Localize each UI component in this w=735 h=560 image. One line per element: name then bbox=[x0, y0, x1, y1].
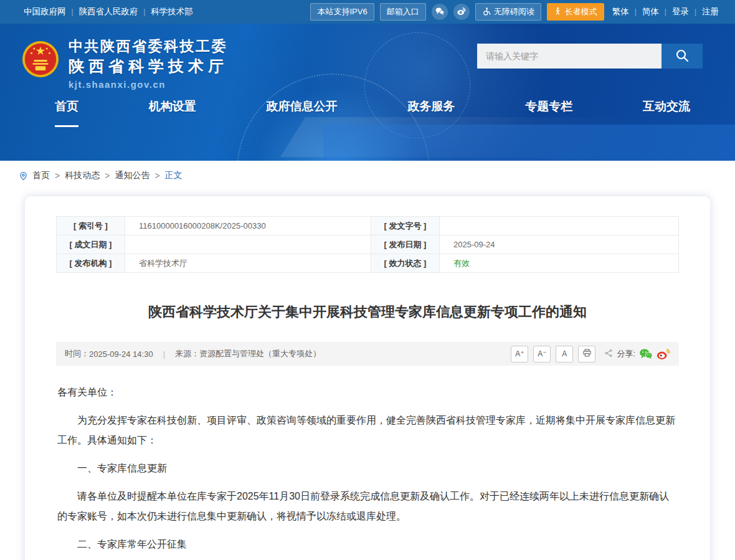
traditional-link[interactable]: 繁体 bbox=[612, 6, 629, 17]
site-brand: 中共陕西省委科技工委 陕西省科学技术厅 kjt.shaanxi.gov.cn bbox=[21, 36, 228, 90]
nav-item-home[interactable]: 首页 bbox=[55, 98, 78, 127]
written-date-label: [ 成文日期 ] bbox=[57, 235, 125, 254]
font-smaller-button[interactable]: A⁻ bbox=[533, 346, 551, 363]
article-paragraph: 为充分发挥专家在科技创新、项目评审、政策咨询等领域的重要作用，健全完善陕西省科技… bbox=[57, 411, 678, 450]
source-label: 来源： bbox=[175, 348, 199, 359]
org-name-line2: 陕西省科学技术厅 bbox=[69, 56, 228, 77]
banner-decoration bbox=[323, 125, 735, 161]
article-paragraph: 请各单位及时提醒本单位在库专家于2025年11月30日前登录系统完成信息更新及确… bbox=[57, 486, 678, 526]
table-row: [ 发布机构 ] 省科学技术厅 [ 效力状态 ] 有效 bbox=[57, 254, 679, 273]
language-account-links: 繁体 | 简体 | 登录 | 注册 bbox=[612, 6, 719, 17]
breadcrumb-current[interactable]: 正文 bbox=[165, 170, 183, 181]
font-larger-button[interactable]: A⁺ bbox=[511, 346, 528, 363]
article-section-heading: 一、专家库信息更新 bbox=[57, 458, 678, 478]
wechat-icon bbox=[435, 6, 445, 18]
main-nav: 首页 机构设置 政府信息公开 政务服务 专题专栏 互动交流 bbox=[55, 98, 690, 127]
ipv6-button[interactable]: 本站支持IPV6 bbox=[310, 3, 374, 21]
article-section-heading: 二、专家库常年公开征集 bbox=[57, 534, 678, 554]
search-input[interactable] bbox=[477, 44, 662, 69]
publisher-label: [ 发布机构 ] bbox=[57, 254, 125, 273]
weibo-button[interactable] bbox=[453, 4, 470, 20]
written-date-value bbox=[125, 235, 371, 254]
accessibility-icon bbox=[482, 7, 491, 17]
table-row: [ 索引号 ] 11610000016000208K/2025-00330 [ … bbox=[57, 217, 679, 235]
elder-person-icon bbox=[554, 7, 562, 17]
doc-number-label: [ 发文字号 ] bbox=[371, 217, 440, 235]
table-row: [ 成文日期 ] [ 发布日期 ] 2025-09-24 bbox=[57, 235, 679, 254]
breadcrumb-separator: > bbox=[105, 171, 110, 181]
breadcrumb-home[interactable]: 首页 bbox=[32, 170, 50, 181]
mail-entry-button[interactable]: 邮箱入口 bbox=[380, 3, 426, 21]
search-icon bbox=[675, 48, 690, 65]
article-card: [ 索引号 ] 11610000016000208K/2025-00330 [ … bbox=[25, 196, 710, 560]
divider: | bbox=[72, 7, 74, 16]
print-button[interactable] bbox=[578, 346, 595, 363]
divider: | bbox=[665, 7, 666, 16]
accessibility-button[interactable]: 无障碍阅读 bbox=[475, 3, 541, 21]
breadcrumb-separator: > bbox=[55, 171, 60, 181]
search-button[interactable] bbox=[662, 44, 703, 69]
article-toolbar: A⁺ A⁻ A 分享: bbox=[511, 346, 670, 363]
nav-item-interaction[interactable]: 互动交流 bbox=[643, 98, 690, 127]
weibo-icon bbox=[457, 6, 467, 18]
nav-item-organization[interactable]: 机构设置 bbox=[149, 98, 196, 127]
divider: | bbox=[695, 7, 696, 16]
share-weibo-icon[interactable] bbox=[657, 348, 670, 360]
source-value: 资源配置与管理处（重大专项处） bbox=[199, 348, 321, 359]
breadcrumb-notices[interactable]: 通知公告 bbox=[115, 170, 149, 181]
doc-number-value bbox=[440, 217, 679, 235]
location-pin-icon bbox=[19, 171, 28, 181]
top-utility-actions: 本站支持IPV6 邮箱入口 无障碍阅读 长者模式 繁体 | bbox=[310, 3, 719, 21]
site-title-block: 中共陕西省委科技工委 陕西省科学技术厅 kjt.shaanxi.gov.cn bbox=[69, 36, 228, 90]
elder-mode-button[interactable]: 长者模式 bbox=[547, 3, 604, 21]
share-wechat-icon[interactable] bbox=[639, 348, 653, 360]
share-group: 分享: bbox=[604, 348, 670, 360]
index-number-value: 11610000016000208K/2025-00330 bbox=[125, 217, 371, 235]
article-meta-bar: 时间： 2025-09-24 14:30 | 来源： 资源配置与管理处（重大专项… bbox=[56, 342, 679, 366]
accessibility-label: 无障碍阅读 bbox=[494, 6, 534, 17]
page-title: 陕西省科学技术厅关于集中开展科技管理专家库信息更新专项工作的通知 bbox=[62, 301, 673, 322]
publish-date-label: [ 发布日期 ] bbox=[371, 235, 440, 254]
share-nodes-icon bbox=[604, 349, 613, 359]
site-url: kjt.shaanxi.gov.cn bbox=[69, 79, 228, 90]
divider: | bbox=[143, 7, 145, 16]
printer-icon bbox=[582, 348, 592, 359]
site-banner: 中共陕西省委科技工委 陕西省科学技术厅 kjt.shaanxi.gov.cn 首… bbox=[0, 24, 735, 161]
site-search bbox=[477, 44, 703, 69]
document-info-table: [ 索引号 ] 11610000016000208K/2025-00330 [ … bbox=[56, 216, 679, 273]
time-value: 2025-09-24 14:30 bbox=[89, 349, 153, 359]
login-link[interactable]: 登录 bbox=[672, 6, 689, 17]
article-paragraph: 各有关单位： bbox=[57, 382, 678, 402]
nav-item-gov-services[interactable]: 政务服务 bbox=[407, 98, 455, 127]
link-shaanxi-gov[interactable]: 陕西省人民政府 bbox=[79, 6, 138, 17]
elder-mode-label: 长者模式 bbox=[565, 6, 597, 17]
divider: | bbox=[635, 7, 637, 16]
breadcrumb: 首页 > 科技动态 > 通知公告 > 正文 bbox=[0, 161, 735, 189]
link-china-gov[interactable]: 中国政府网 bbox=[24, 6, 66, 17]
breadcrumb-separator: > bbox=[154, 171, 159, 181]
publish-date-value: 2025-09-24 bbox=[440, 235, 679, 254]
article-body: 各有关单位： 为充分发挥专家在科技创新、项目评审、政策咨询等领域的重要作用，健全… bbox=[56, 366, 679, 560]
nav-item-special-topics[interactable]: 专题专栏 bbox=[525, 98, 572, 127]
register-link[interactable]: 注册 bbox=[702, 6, 719, 17]
link-most[interactable]: 科学技术部 bbox=[151, 6, 193, 17]
top-utility-bar: 中国政府网 | 陕西省人民政府 | 科学技术部 本站支持IPV6 邮箱入口 无障… bbox=[0, 0, 735, 24]
font-reset-button[interactable]: A bbox=[556, 346, 573, 363]
simplified-link[interactable]: 简体 bbox=[642, 6, 659, 17]
national-emblem-logo bbox=[21, 40, 60, 78]
meta-divider: | bbox=[163, 349, 165, 359]
org-name-line1: 中共陕西省委科技工委 bbox=[69, 36, 228, 56]
share-label: 分享: bbox=[617, 348, 635, 359]
validity-value: 有效 bbox=[440, 254, 679, 273]
wechat-button[interactable] bbox=[432, 4, 448, 20]
time-label: 时间： bbox=[65, 348, 89, 359]
nav-item-gov-info[interactable]: 政府信息公开 bbox=[267, 98, 338, 127]
validity-label: [ 效力状态 ] bbox=[371, 254, 440, 273]
index-number-label: [ 索引号 ] bbox=[57, 217, 125, 235]
breadcrumb-tech-news[interactable]: 科技动态 bbox=[65, 170, 100, 181]
gov-links: 中国政府网 | 陕西省人民政府 | 科学技术部 bbox=[24, 6, 193, 17]
publisher-value: 省科学技术厅 bbox=[125, 254, 371, 273]
